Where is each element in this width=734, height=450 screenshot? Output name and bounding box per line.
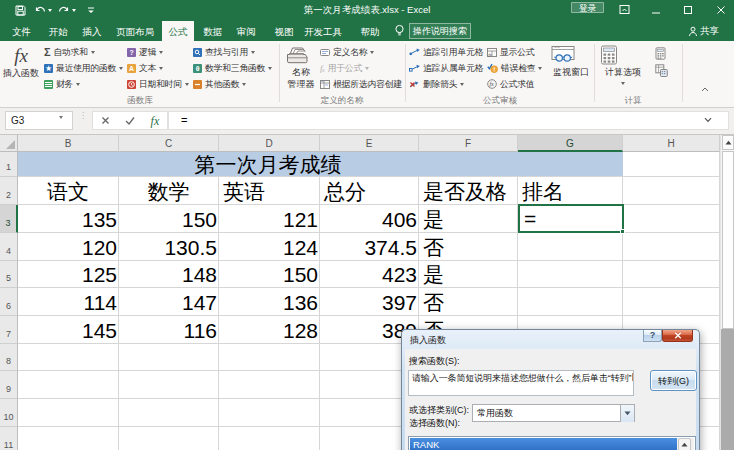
tab-formulas[interactable]: 公式: [162, 21, 194, 41]
cell-C7[interactable]: 116: [119, 316, 219, 344]
cell-C11[interactable]: [119, 427, 219, 450]
function-list[interactable]: RANK: [408, 436, 696, 450]
cell-C3[interactable]: 150: [119, 205, 219, 233]
formula-input[interactable]: =: [168, 111, 729, 130]
cell-H3[interactable]: [623, 205, 720, 233]
cell-B4[interactable]: 120: [18, 233, 119, 261]
cell-G2[interactable]: 排名: [518, 177, 623, 205]
tab-page-layout[interactable]: 页面布局: [114, 21, 156, 41]
cell-F6[interactable]: 否: [419, 288, 518, 316]
cell-B6[interactable]: 114: [18, 288, 119, 316]
tab-help[interactable]: 帮助: [357, 21, 383, 41]
insert-function-button[interactable]: fx 插入函数: [2, 42, 40, 104]
active-cell-G3[interactable]: =: [518, 204, 624, 233]
row-header-5[interactable]: 5: [0, 261, 18, 288]
cell-D5[interactable]: 150: [219, 261, 320, 288]
autosum-button[interactable]: Σ 自动求和: [44, 44, 95, 60]
scrollbar-thumb[interactable]: [722, 151, 734, 329]
cell-C6[interactable]: 147: [119, 288, 219, 316]
tab-home[interactable]: 开始: [45, 21, 71, 41]
function-list-scrollbar[interactable]: [677, 438, 694, 450]
fill-handle[interactable]: [620, 229, 625, 234]
cell-D7[interactable]: 128: [219, 316, 320, 344]
close-button[interactable]: [712, 0, 730, 19]
scrollbar-track[interactable]: [721, 329, 734, 450]
cell-E5[interactable]: 423: [320, 261, 419, 288]
date-time-button[interactable]: 日期和时间: [127, 76, 189, 92]
cell-C5[interactable]: 148: [119, 261, 219, 288]
cell-B7[interactable]: 145: [18, 316, 119, 344]
column-header-C[interactable]: C: [119, 135, 219, 152]
column-header-G[interactable]: G: [518, 135, 623, 152]
ribbon-display-options-icon[interactable]: [615, 0, 633, 19]
remove-arrows-button[interactable]: 删除箭头: [409, 76, 464, 92]
define-name-button[interactable]: 定义名称: [320, 44, 374, 60]
cell-E4[interactable]: 374.5: [320, 233, 419, 261]
cell-F5[interactable]: 是: [419, 261, 518, 288]
row-header-1[interactable]: 1: [0, 152, 18, 177]
name-box[interactable]: G3: [5, 111, 73, 130]
cell-D6[interactable]: 136: [219, 288, 320, 316]
trace-precedents-button[interactable]: 追踪引用单元格: [409, 44, 483, 60]
dialog-close-button[interactable]: [662, 330, 693, 342]
search-function-input[interactable]: 请输入一条简短说明来描述您想做什么，然后单击“转到”I: [408, 370, 634, 396]
cell-B11[interactable]: [18, 427, 119, 450]
cell-G6[interactable]: [518, 288, 623, 316]
cell-F2[interactable]: 是否及格: [419, 177, 518, 205]
cell-G5[interactable]: [518, 261, 623, 288]
category-select[interactable]: 常用函数: [472, 404, 635, 422]
more-functions-button[interactable]: 其他函数: [193, 76, 246, 92]
minimize-button[interactable]: [647, 0, 665, 19]
cell-B9[interactable]: [18, 371, 119, 399]
row-header-2[interactable]: 2: [0, 177, 18, 205]
tab-insert[interactable]: 插入: [79, 21, 105, 41]
cell-C8[interactable]: [119, 344, 219, 371]
cell-C2[interactable]: 数学: [119, 177, 219, 205]
formula-bar-splitter[interactable]: ⋮: [79, 113, 82, 128]
create-from-selection-button[interactable]: 根据所选内容创建: [320, 76, 402, 92]
cell-D10[interactable]: [219, 399, 320, 427]
cell-H6[interactable]: [623, 288, 720, 316]
cell-C4[interactable]: 130.5: [119, 233, 219, 261]
lookup-reference-button[interactable]: 查找与引用: [193, 44, 255, 60]
cell-D3[interactable]: 121: [219, 205, 320, 233]
scroll-up-icon[interactable]: [722, 135, 734, 150]
logical-button[interactable]: ? 逻辑: [127, 44, 163, 60]
formula-bar-expand-icon[interactable]: [704, 117, 712, 123]
row-header-4[interactable]: 4: [0, 233, 18, 261]
tab-data[interactable]: 数据: [200, 21, 226, 41]
combo-dropdown-icon[interactable]: [620, 405, 634, 422]
tab-developer[interactable]: 开发工具: [302, 21, 344, 41]
math-trig-button[interactable]: θ 数学和三角函数: [193, 60, 272, 76]
cell-B3[interactable]: 135: [18, 205, 119, 233]
financial-button[interactable]: 财务: [44, 76, 80, 92]
show-formulas-button[interactable]: fx 显示公式: [487, 44, 534, 60]
cancel-icon[interactable]: [101, 116, 110, 125]
tell-me-search[interactable]: 操作说明搜索: [409, 23, 471, 39]
tab-view[interactable]: 视图: [271, 21, 297, 41]
cell-E3[interactable]: 406: [320, 205, 419, 233]
column-header-D[interactable]: D: [219, 135, 320, 152]
cell-B2[interactable]: 语文: [18, 177, 119, 205]
cell-B8[interactable]: [18, 344, 119, 371]
enter-icon[interactable]: [125, 116, 135, 125]
list-scroll-up-icon[interactable]: [678, 438, 691, 450]
row-header-8[interactable]: 8: [0, 344, 18, 371]
row-header-6[interactable]: 6: [0, 288, 18, 316]
collapse-ribbon-icon[interactable]: [701, 87, 715, 99]
row-header-9[interactable]: 9: [0, 371, 18, 399]
trace-dependents-button[interactable]: 追踪从属单元格: [409, 60, 483, 76]
cell-E6[interactable]: 397: [320, 288, 419, 316]
calculate-now-button[interactable]: [655, 45, 666, 61]
calculate-sheet-button[interactable]: [655, 62, 668, 78]
go-button[interactable]: 转到(G): [650, 370, 697, 391]
cell-F3[interactable]: 是: [419, 205, 518, 233]
watch-window-button[interactable]: 监视窗口: [551, 42, 591, 104]
cell-H5[interactable]: [623, 261, 720, 288]
cell-D4[interactable]: 124: [219, 233, 320, 261]
maximize-button[interactable]: [679, 0, 697, 19]
insert-function-fx-icon[interactable]: fx: [151, 116, 160, 126]
evaluate-formula-button[interactable]: fx 公式求值: [487, 76, 534, 92]
cell-E2[interactable]: 总分: [320, 177, 419, 205]
function-list-item-rank[interactable]: RANK: [410, 438, 677, 450]
